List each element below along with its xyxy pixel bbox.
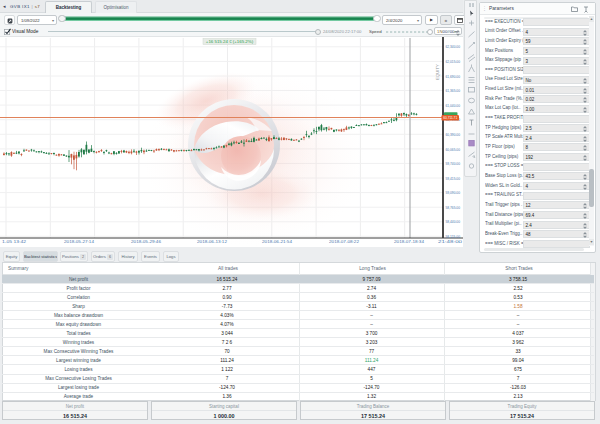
svg-text:2018-07-18:34: 2018-07-18:34 xyxy=(394,239,425,244)
svg-text:21:48:00: 21:48:00 xyxy=(438,239,463,244)
svg-text:2018-07-08:22: 2018-07-08:22 xyxy=(329,239,360,244)
svg-text:60,390.00: 60,390.00 xyxy=(446,132,461,137)
svg-text:+16 515.24 € (+165.2%): +16 515.24 € (+165.2%) xyxy=(206,39,254,44)
svg-text:58,765.00: 58,765.00 xyxy=(446,205,461,210)
svg-text:2018-06-21:54: 2018-06-21:54 xyxy=(262,239,293,244)
svg-text:61,365.00: 61,365.00 xyxy=(446,88,461,93)
svg-text:61,690.00: 61,690.00 xyxy=(446,74,461,79)
svg-text:62,340.00: 62,340.00 xyxy=(446,44,461,49)
svg-text:60,711.71: 60,711.71 xyxy=(443,115,458,120)
svg-text:59,740.00: 59,740.00 xyxy=(446,161,461,166)
svg-text:2018-05-27:14: 2018-05-27:14 xyxy=(64,239,95,244)
svg-text:59,415.00: 59,415.00 xyxy=(446,176,461,181)
svg-text:1-05 13:42: 1-05 13:42 xyxy=(2,239,27,244)
svg-text:58,115.00: 58,115.00 xyxy=(446,234,461,239)
svg-text:2018-06-13:12: 2018-06-13:12 xyxy=(197,239,228,244)
svg-text:62,015.00: 62,015.00 xyxy=(446,59,461,64)
svg-text:58,440.00: 58,440.00 xyxy=(446,219,461,224)
svg-text:EQUITY: EQUITY xyxy=(435,64,440,80)
svg-text:2018-05-29:46: 2018-05-29:46 xyxy=(131,239,162,244)
svg-text:60,065.00: 60,065.00 xyxy=(446,147,461,152)
svg-text:61,040.00: 61,040.00 xyxy=(446,103,461,108)
svg-text:59,090.00: 59,090.00 xyxy=(446,190,461,195)
